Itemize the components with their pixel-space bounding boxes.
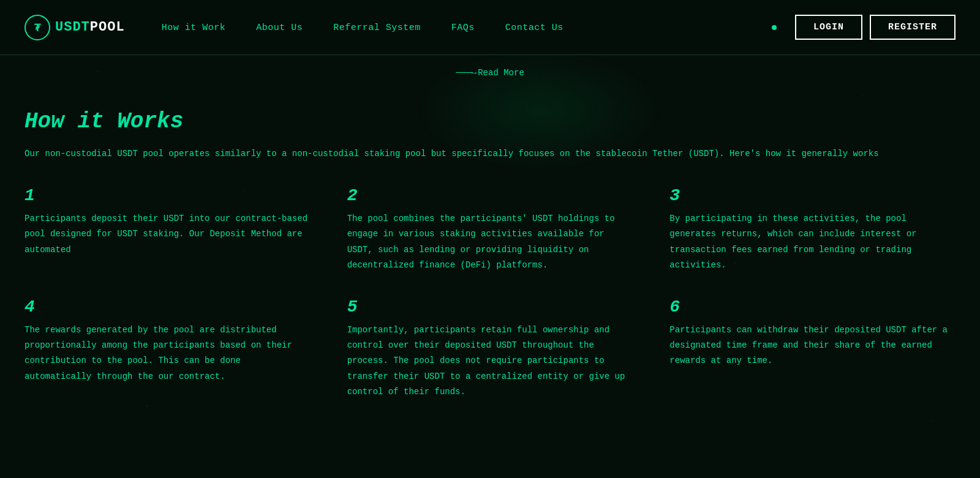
step-5-number: 5 xyxy=(347,297,633,316)
step-3: 3 By participating in these activities, … xyxy=(669,186,956,273)
step-1: 1 Participants deposit their USDT into o… xyxy=(24,186,311,273)
nav-how-it-work[interactable]: How it Work xyxy=(162,23,226,33)
navbar: ₮ USDTPOOL How it Work About Us Referral… xyxy=(0,0,980,55)
step-2: 2 The pool combines the participants' US… xyxy=(347,186,633,273)
step-4: 4 The rewards generated by the pool are … xyxy=(24,297,311,400)
register-button[interactable]: REGISTER xyxy=(870,15,956,40)
step-1-text: Participants deposit their USDT into our… xyxy=(24,211,311,258)
nav-about-us[interactable]: About Us xyxy=(256,23,303,33)
login-button[interactable]: LOGIN xyxy=(795,15,862,40)
step-5-text: Importantly, participants retain full ow… xyxy=(347,323,633,400)
steps-grid: 1 Participants deposit their USDT into o… xyxy=(24,186,956,400)
step-6: 6 Participants can withdraw their deposi… xyxy=(669,297,956,400)
nav-status-dot xyxy=(772,25,777,30)
step-2-number: 2 xyxy=(347,186,633,205)
step-3-text: By participating in these activities, th… xyxy=(669,211,956,273)
nav-contact-us[interactable]: Contact Us xyxy=(505,23,564,33)
logo-icon: ₮ xyxy=(24,15,50,40)
main-content: How it Works Our non-custodial USDT pool… xyxy=(12,84,968,424)
read-more-bar: Read More xyxy=(0,55,980,84)
step-5: 5 Importantly, participants retain full … xyxy=(347,297,633,400)
logo-text: USDTPOOL xyxy=(55,20,125,35)
step-6-number: 6 xyxy=(669,297,956,316)
section-title: How it Works xyxy=(24,109,956,134)
svg-text:₮: ₮ xyxy=(34,23,41,34)
step-6-text: Participants can withdraw their deposite… xyxy=(669,323,956,369)
step-3-number: 3 xyxy=(669,186,956,205)
section-description: Our non-custodial USDT pool operates sim… xyxy=(24,146,956,162)
nav-buttons: LOGIN REGISTER xyxy=(795,15,956,40)
read-more-link[interactable]: Read More xyxy=(456,68,524,78)
nav-referral-system[interactable]: Referral System xyxy=(333,23,421,33)
step-2-text: The pool combines the participants' USDT… xyxy=(347,211,633,273)
step-1-number: 1 xyxy=(24,186,311,205)
nav-faqs[interactable]: FAQs xyxy=(451,23,475,33)
logo-link[interactable]: ₮ USDTPOOL xyxy=(24,15,125,40)
step-4-text: The rewards generated by the pool are di… xyxy=(24,323,311,384)
nav-links: How it Work About Us Referral System FAQ… xyxy=(162,22,772,33)
step-4-number: 4 xyxy=(24,297,311,316)
